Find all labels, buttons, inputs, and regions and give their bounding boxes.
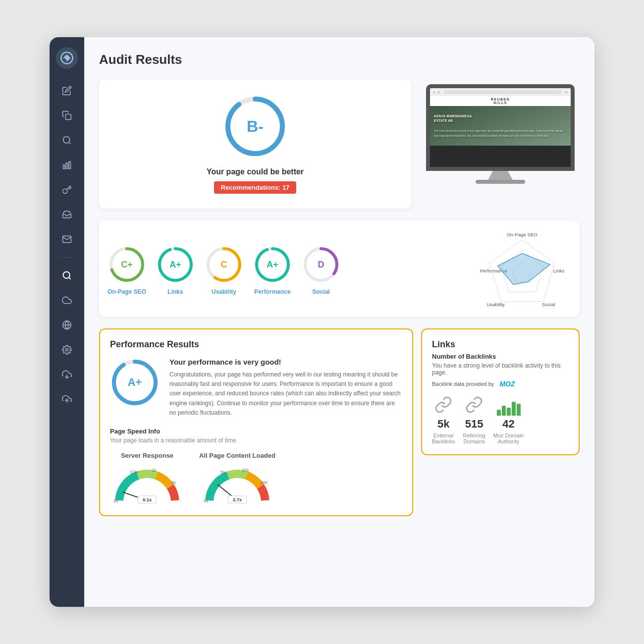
sidebar-item-copy[interactable] bbox=[57, 106, 77, 125]
svg-text:On-Page SEO: On-Page SEO bbox=[507, 232, 537, 237]
sidebar-item-settings[interactable] bbox=[57, 340, 77, 360]
backlinks-desc2: Backlink data provided by bbox=[432, 381, 494, 387]
sidebar-item-chart[interactable] bbox=[57, 155, 77, 175]
svg-marker-32 bbox=[498, 254, 550, 285]
all-content-title: All Page Content Loaded bbox=[199, 452, 275, 459]
sidebar-item-mail[interactable] bbox=[57, 229, 77, 249]
svg-text:Links: Links bbox=[553, 268, 565, 273]
server-response-wrap: 0s 0.5s 1s 3s 0.1s bbox=[110, 463, 184, 505]
performance-headline: Your performance is very good! bbox=[169, 358, 402, 366]
monitor-base bbox=[476, 180, 525, 184]
monitor-site-name: REUBENHILLS bbox=[430, 96, 571, 106]
sidebar-item-search-sm[interactable] bbox=[57, 130, 77, 150]
sidebar bbox=[50, 37, 84, 607]
performance-grade-label: A+ bbox=[128, 376, 142, 389]
performance-top: A+ Your performance is very good! Congra… bbox=[110, 358, 402, 418]
svg-point-0 bbox=[66, 57, 68, 59]
overall-grade-circle: B- bbox=[223, 94, 287, 159]
scores-section: C+ On-Page SEO A+ Links bbox=[99, 220, 580, 317]
svg-text:0s: 0s bbox=[114, 498, 118, 503]
monitor-screen: REUBENHILLS KENYA MWENDIWEGAESTATE ABThi… bbox=[426, 84, 575, 171]
performance-grade-circle: A+ bbox=[110, 358, 160, 407]
bar-5 bbox=[517, 404, 521, 416]
svg-text:10s: 10s bbox=[242, 468, 249, 473]
score-item-seo: C+ On-Page SEO bbox=[107, 245, 147, 295]
score-label-social: Social bbox=[312, 288, 329, 295]
monitor-dot-3 bbox=[565, 91, 568, 94]
bar-2 bbox=[502, 406, 506, 416]
monitor-hero: KENYA MWENDIWEGAESTATE ABThis is the far… bbox=[430, 106, 571, 146]
sidebar-item-cloud-download[interactable] bbox=[57, 365, 77, 384]
sidebar-item-inbox[interactable] bbox=[57, 205, 77, 224]
stat-referring-label: ReferringDomains bbox=[463, 432, 485, 444]
main-content: Audit Results B- Your page could be bett… bbox=[84, 37, 594, 607]
score-grade-performance: A+ bbox=[267, 260, 278, 270]
score-item-performance: A+ Performance bbox=[253, 245, 292, 295]
bottom-cards: Performance Results A+ Your performance … bbox=[99, 328, 580, 526]
score-item-social: D Social bbox=[301, 245, 341, 295]
score-label-links: Links bbox=[167, 288, 183, 295]
backlinks-subtitle: Number of Backlinks bbox=[432, 353, 569, 360]
svg-point-2 bbox=[63, 137, 70, 143]
sidebar-item-upload[interactable] bbox=[57, 389, 77, 409]
stat-moz-authority: 42 Moz DomainAuthority bbox=[493, 398, 524, 444]
sidebar-item-globe[interactable] bbox=[57, 315, 77, 335]
sidebar-item-edit[interactable] bbox=[57, 81, 77, 101]
radar-chart: On-Page SEO Links Social Usability Perfo… bbox=[473, 230, 572, 310]
backlinks-desc1: You have a strong level of backlink acti… bbox=[432, 362, 569, 376]
bar-1 bbox=[497, 410, 501, 416]
links-card-title: Links bbox=[432, 339, 569, 350]
page-speed-sub: Your page loads in a reasonable amount o… bbox=[110, 437, 402, 444]
monitor-panel: REUBENHILLS KENYA MWENDIWEGAESTATE ABThi… bbox=[421, 79, 580, 209]
moz-text: MOZ bbox=[499, 380, 515, 388]
performance-description: Your performance is very good! Congratul… bbox=[169, 358, 402, 418]
svg-text:0s: 0s bbox=[204, 498, 208, 503]
svg-text:Social: Social bbox=[542, 302, 555, 307]
sidebar-item-key[interactable] bbox=[57, 180, 77, 200]
monitor-dot-1 bbox=[433, 91, 435, 94]
bar-4 bbox=[512, 402, 516, 416]
svg-rect-5 bbox=[69, 161, 70, 168]
svg-point-6 bbox=[63, 272, 70, 278]
score-item-links: A+ Links bbox=[156, 245, 195, 295]
score-circle-social: D bbox=[301, 245, 341, 284]
sidebar-item-search-active[interactable] bbox=[57, 266, 77, 285]
links-stats: 5k ExternalBacklinks 515 ReferringDomain bbox=[432, 396, 569, 444]
monitor-stand bbox=[488, 171, 513, 180]
sidebar-item-cloud[interactable] bbox=[57, 290, 77, 310]
page-speed-title: Page Speed Info bbox=[110, 428, 402, 435]
score-grade-seo: C+ bbox=[121, 260, 133, 270]
page-title: Audit Results bbox=[99, 52, 580, 67]
monitor-wrap: REUBENHILLS KENYA MWENDIWEGAESTATE ABThi… bbox=[426, 84, 575, 184]
score-label-performance: Performance bbox=[254, 288, 290, 295]
monitor-hero-text: KENYA MWENDIWEGAESTATE ABThis is the far… bbox=[434, 114, 567, 138]
logo[interactable] bbox=[56, 47, 78, 69]
score-circle-usability: C bbox=[204, 245, 244, 284]
svg-rect-1 bbox=[66, 114, 71, 120]
stat-referring-value: 515 bbox=[465, 418, 483, 430]
svg-rect-4 bbox=[66, 163, 67, 169]
scores-circles: C+ On-Page SEO A+ Links bbox=[107, 245, 468, 295]
monitor-dot-2 bbox=[437, 91, 440, 94]
bar-chart-icon bbox=[497, 398, 521, 416]
svg-text:Usability: Usability bbox=[486, 302, 505, 307]
performance-card: Performance Results A+ Your performance … bbox=[99, 328, 413, 516]
svg-text:0.5s: 0.5s bbox=[130, 470, 138, 475]
app-container: Audit Results B- Your page could be bett… bbox=[50, 37, 594, 607]
overall-message: Your page could be better bbox=[207, 167, 304, 176]
moz-logo: Backlink data provided by MOZ bbox=[432, 380, 515, 388]
bar-3 bbox=[507, 408, 511, 416]
svg-text:2.7s: 2.7s bbox=[233, 497, 242, 502]
links-card: Links Number of Backlinks You have a str… bbox=[421, 328, 580, 455]
svg-rect-3 bbox=[63, 165, 65, 169]
score-grade-social: D bbox=[318, 260, 324, 270]
svg-text:0.1s: 0.1s bbox=[143, 497, 152, 502]
grade-panel: B- Your page could be better Recommendat… bbox=[99, 79, 411, 209]
monitor-url-bar bbox=[444, 90, 561, 94]
svg-text:3s: 3s bbox=[171, 480, 176, 485]
score-label-seo: On-Page SEO bbox=[107, 288, 146, 295]
score-item-usability: C Usability bbox=[204, 245, 244, 295]
top-section: B- Your page could be better Recommendat… bbox=[99, 79, 580, 209]
chain-icon-1 bbox=[434, 396, 452, 416]
stat-referring-domains: 515 ReferringDomains bbox=[463, 396, 485, 444]
